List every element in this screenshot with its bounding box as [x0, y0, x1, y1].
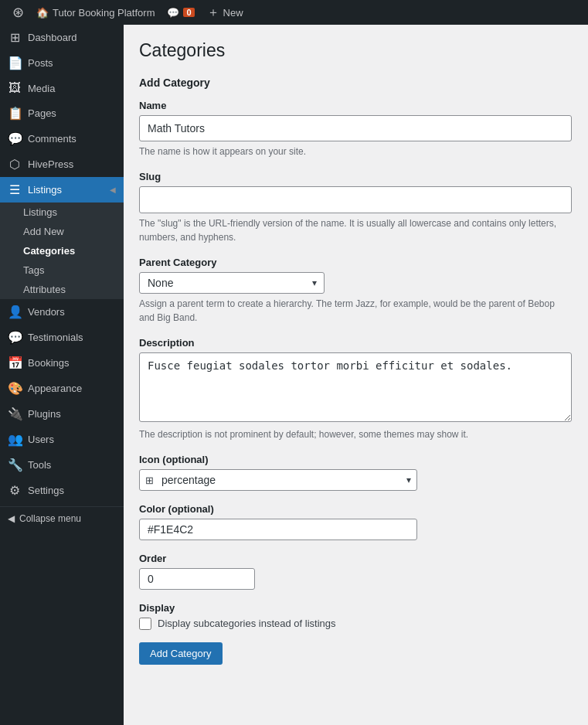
sidebar-item-posts[interactable]: 📄 Posts: [0, 50, 124, 76]
vendors-icon: 👤: [8, 305, 22, 319]
sidebar-item-label: Bookings: [28, 357, 69, 369]
color-label: Color (optional): [139, 503, 573, 515]
order-label: Order: [139, 553, 573, 564]
posts-icon: 📄: [8, 56, 22, 70]
description-help: The description is not prominent by defa…: [139, 427, 573, 441]
sidebar-item-label: Plugins: [28, 408, 61, 420]
submenu-categories[interactable]: Categories: [0, 241, 124, 260]
display-group: Display Display subcategories instead of…: [139, 602, 573, 630]
add-category-form: Add Category Name The name is how it app…: [139, 77, 573, 665]
arrow-icon: ◀: [110, 186, 116, 194]
sidebar-item-comments[interactable]: 💬 Comments: [0, 126, 124, 151]
tools-icon: 🔧: [8, 458, 22, 472]
submenu-attributes[interactable]: Attributes: [0, 280, 124, 299]
sidebar-item-media[interactable]: 🖼 Media: [0, 76, 124, 100]
pages-icon: 📋: [8, 106, 22, 121]
color-input[interactable]: [139, 519, 417, 540]
new-item[interactable]: ＋ New: [201, 0, 250, 25]
home-icon: 🏠: [36, 7, 49, 19]
parent-category-group: Parent Category None ▾ Assign a parent t…: [139, 257, 573, 325]
description-input[interactable]: Fusce feugiat sodales tortor morbi effic…: [139, 352, 572, 422]
plus-icon: ＋: [207, 5, 219, 21]
collapse-icon: ◀: [8, 513, 15, 524]
submenu-listings-all[interactable]: Listings: [0, 203, 124, 222]
appearance-icon: 🎨: [8, 381, 22, 396]
sidebar-item-label: Vendors: [28, 306, 65, 318]
sidebar-item-settings[interactable]: ⚙ Settings: [0, 478, 124, 503]
color-group: Color (optional): [139, 503, 573, 540]
parent-label: Parent Category: [139, 257, 573, 268]
display-checkbox[interactable]: [139, 618, 151, 630]
name-help: The name is how it appears on your site.: [139, 145, 573, 158]
sidebar-item-label: Tools: [28, 459, 51, 471]
icon-select-wrapper: ⊞ percentage ▾: [139, 469, 417, 491]
sidebar-item-hivepress[interactable]: ⬡ HivePress: [0, 151, 124, 177]
sidebar-item-label: Listings: [28, 184, 62, 196]
name-input[interactable]: [139, 115, 572, 141]
sidebar-item-dashboard[interactable]: ⊞ Dashboard: [0, 25, 124, 50]
order-group: Order: [139, 553, 573, 590]
sidebar-item-vendors[interactable]: 👤 Vendors: [0, 299, 124, 325]
site-name-label: Tutor Booking Platform: [53, 7, 155, 19]
sidebar-item-label: Appearance: [28, 383, 82, 394]
sidebar-item-label: Posts: [28, 57, 53, 69]
add-category-button[interactable]: Add Category: [139, 642, 223, 665]
sidebar: ⊞ Dashboard 📄 Posts 🖼 Media 📋 Pages 💬 Co…: [0, 25, 124, 725]
listings-submenu: Listings Add New Categories Tags Attribu…: [0, 203, 124, 299]
submenu-tags[interactable]: Tags: [0, 260, 124, 280]
submenu-add-new[interactable]: Add New: [0, 222, 124, 241]
settings-icon: ⚙: [8, 483, 22, 498]
comments-count: 0: [183, 8, 194, 17]
description-label: Description: [139, 337, 573, 349]
icon-group: Icon (optional) ⊞ percentage ▾: [139, 454, 573, 491]
name-group: Name The name is how it appears on your …: [139, 100, 573, 158]
site-name-item[interactable]: 🏠 Tutor Booking Platform: [30, 0, 161, 25]
page-title: Categories: [139, 40, 573, 61]
parent-select-container: None ▾: [139, 272, 325, 294]
sidebar-item-appearance[interactable]: 🎨 Appearance: [0, 376, 124, 401]
display-label: Display: [139, 602, 573, 614]
admin-bar: ⊛ 🏠 Tutor Booking Platform 💬 0 ＋ New: [0, 0, 588, 25]
sidebar-item-testimonials[interactable]: 💬 Testimonials: [0, 325, 124, 350]
sidebar-item-label: Users: [28, 434, 54, 445]
sidebar-item-pages[interactable]: 📋 Pages: [0, 100, 124, 126]
sidebar-item-tools[interactable]: 🔧 Tools: [0, 452, 124, 478]
bookings-icon: 📅: [8, 356, 22, 370]
hivepress-icon: ⬡: [8, 157, 22, 172]
sidebar-item-plugins[interactable]: 🔌 Plugins: [0, 401, 124, 427]
sidebar-item-bookings[interactable]: 📅 Bookings: [0, 350, 124, 376]
media-icon: 🖼: [8, 81, 22, 95]
comments-item[interactable]: 💬 0: [161, 0, 200, 25]
sidebar-item-label: Testimonials: [28, 332, 83, 343]
collapse-menu-button[interactable]: ◀ Collapse menu: [0, 506, 124, 530]
sidebar-item-label: Settings: [28, 485, 64, 496]
wp-logo-item[interactable]: ⊛: [6, 0, 30, 25]
description-group: Description Fusce feugiat sodales tortor…: [139, 337, 573, 441]
slug-group: Slug The "slug" is the URL-friendly vers…: [139, 171, 573, 243]
slug-help: The "slug" is the URL-friendly version o…: [139, 216, 573, 244]
content-area: Categories Add Category Name The name is…: [124, 25, 588, 725]
collapse-label: Collapse menu: [19, 513, 81, 524]
sidebar-item-label: HivePress: [28, 158, 73, 170]
slug-input[interactable]: [139, 186, 572, 213]
plugins-icon: 🔌: [8, 407, 22, 421]
form-section-title: Add Category: [139, 77, 573, 89]
display-checkbox-row: Display subcategories instead of listing…: [139, 618, 573, 630]
sidebar-item-users[interactable]: 👥 Users: [0, 427, 124, 452]
sidebar-item-label: Comments: [28, 133, 76, 145]
icon-select[interactable]: percentage: [139, 469, 417, 491]
parent-select[interactable]: None: [139, 272, 325, 294]
icon-label: Icon (optional): [139, 454, 573, 465]
new-label: New: [223, 7, 243, 19]
sidebar-item-label: Media: [28, 83, 55, 94]
name-label: Name: [139, 100, 573, 111]
display-checkbox-label[interactable]: Display subcategories instead of listing…: [158, 618, 336, 629]
sidebar-item-label: Dashboard: [28, 32, 77, 43]
comments-icon: 💬: [167, 7, 179, 19]
order-input[interactable]: [139, 568, 255, 590]
comments-nav-icon: 💬: [8, 131, 22, 146]
sidebar-item-listings[interactable]: ☰ Listings ◀: [0, 177, 124, 203]
slug-label: Slug: [139, 171, 573, 182]
wp-logo-icon: ⊛: [12, 4, 24, 21]
parent-help: Assign a parent term to create a hierarc…: [139, 297, 573, 325]
